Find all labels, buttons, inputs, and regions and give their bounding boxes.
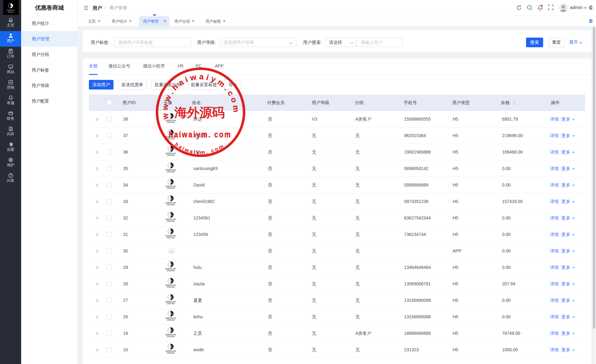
svg-text:DREAM: DREAM [8,12,13,13]
svg-text:AMERICAN: AMERICAN [7,10,15,11]
svg-text:A: A [10,5,12,7]
